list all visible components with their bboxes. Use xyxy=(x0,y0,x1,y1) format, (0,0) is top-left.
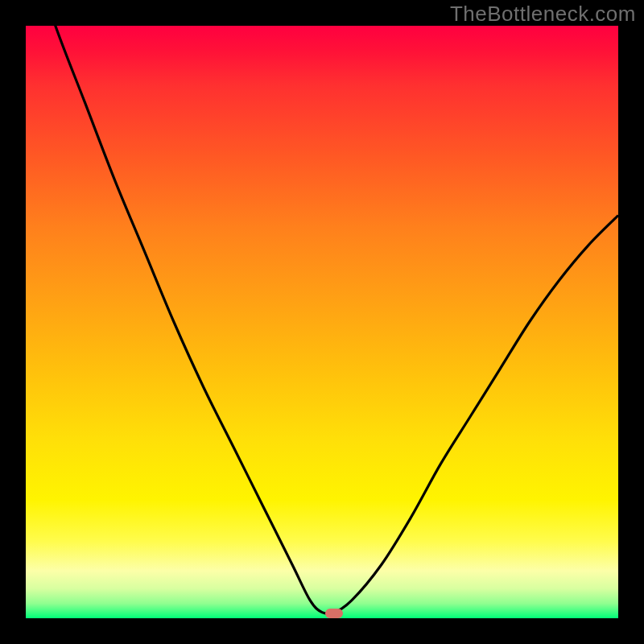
curve-svg xyxy=(26,26,618,618)
plot-area xyxy=(26,26,618,618)
watermark-label: TheBottleneck.com xyxy=(450,2,636,27)
bottleneck-curve xyxy=(26,26,618,613)
chart-frame: TheBottleneck.com xyxy=(0,0,644,644)
optimum-marker xyxy=(325,609,343,618)
